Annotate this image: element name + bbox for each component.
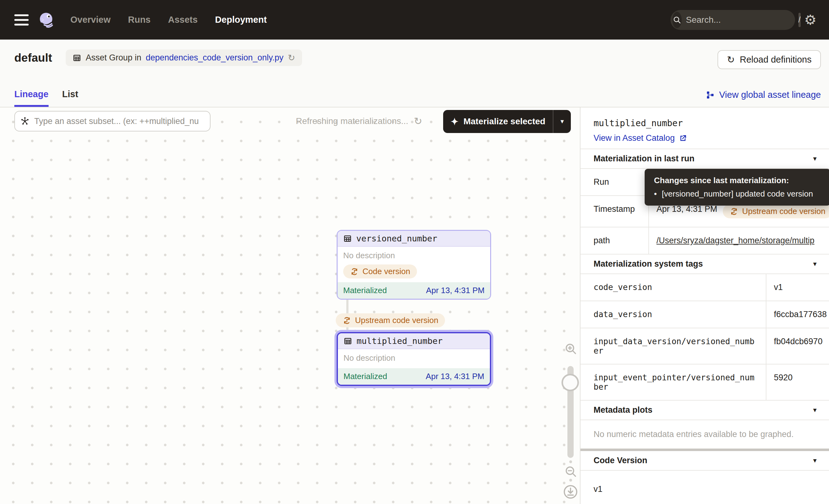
sidebar-asset-title: multiplied_number: [593, 118, 816, 128]
upstream-code-version-tag: Upstream code version: [723, 204, 829, 218]
view-in-asset-catalog-label: View in Asset Catalog: [593, 133, 675, 143]
tooltip-item-text: [versioned_number] updated code version: [662, 189, 813, 199]
asset-table-icon: [343, 234, 352, 243]
slider-dot: [569, 460, 572, 463]
view-in-asset-catalog-link[interactable]: View in Asset Catalog: [593, 133, 687, 143]
refresh-materializations-icon[interactable]: ↻: [414, 115, 422, 127]
materialize-selected-button[interactable]: ✦ Materialize selected ▼: [443, 110, 571, 133]
nav-deployment[interactable]: Deployment: [215, 15, 267, 25]
page-title: default: [14, 51, 52, 65]
materialize-dropdown-caret[interactable]: ▼: [553, 118, 571, 125]
nav-overview[interactable]: Overview: [70, 15, 111, 25]
asset-node-versioned-number[interactable]: versioned_number No description Code ver…: [337, 230, 491, 300]
asset-node-description: No description: [344, 352, 484, 364]
tag-value: f6ccba177638: [766, 301, 829, 328]
code-version-tag-label: Code version: [362, 267, 410, 276]
reload-definitions-button[interactable]: ↻ Reload definitions: [718, 50, 821, 69]
tag-key: code_version: [580, 274, 766, 300]
lineage-graph-icon: [706, 90, 715, 100]
slider-dot: [569, 479, 572, 481]
materialized-timestamp-link[interactable]: Apr 13, 4:31 PM: [426, 372, 484, 381]
view-global-asset-lineage-link[interactable]: View global asset lineage: [706, 90, 821, 100]
materialized-status: Materialized: [343, 286, 387, 295]
top-nav: Overview Runs Assets Deployment / ⚙: [0, 0, 829, 40]
asset-node-multiplied-number[interactable]: multiplied_number No description Materia…: [337, 332, 491, 386]
table-row-input-data-version: input_data_version/versioned_number fb04…: [580, 328, 829, 364]
row-label: path: [580, 227, 648, 254]
section-header-label: Code Version: [593, 456, 647, 465]
refreshing-label: Refreshing materializations...: [296, 116, 408, 126]
asset-node-name: multiplied_number: [357, 336, 442, 346]
table-row-input-event-pointer: input_event_pointer/versioned_number 592…: [580, 364, 829, 400]
tab-list[interactable]: List: [62, 89, 78, 107]
chevron-down-icon[interactable]: ▼: [812, 155, 818, 162]
section-code-version[interactable]: Code Version ▼: [580, 451, 829, 470]
tag-key: input_data_version/versioned_number: [580, 328, 766, 364]
materialized-status: Materialized: [344, 372, 387, 381]
chevron-down-icon[interactable]: ▼: [812, 407, 818, 414]
reload-definitions-label: Reload definitions: [740, 55, 812, 65]
refresh-icon: ↻: [727, 55, 735, 65]
op-selector-icon: [20, 116, 30, 126]
section-header-label: Materialization in last run: [593, 154, 694, 164]
global-search[interactable]: /: [671, 10, 795, 30]
changes-tooltip: Changes since last materialization: • [v…: [645, 169, 829, 206]
section-header-label: Materialization system tags: [593, 259, 703, 269]
download-image-icon[interactable]: [563, 484, 579, 500]
section-divider: [580, 448, 829, 451]
lineage-graph-canvas[interactable]: Refreshing materializations... ↻ ✦ Mater…: [0, 107, 580, 504]
tooltip-title: Changes since last materialization:: [654, 176, 821, 185]
changed-version-icon: [730, 207, 738, 216]
asset-detail-sidebar: multiplied_number View in Asset Catalog …: [580, 107, 829, 504]
tag-key: data_version: [580, 301, 766, 328]
materialize-selected-label: Materialize selected: [463, 116, 545, 127]
tab-lineage[interactable]: Lineage: [14, 89, 48, 107]
section-materialization-in-last-run[interactable]: Materialization in last run ▼: [580, 149, 829, 168]
changed-version-icon: [343, 316, 351, 325]
timestamp-value[interactable]: Apr 13, 4:31 PM: [656, 204, 717, 214]
changed-version-icon: [350, 267, 359, 276]
row-label: Run: [580, 169, 648, 195]
tag-value: fb04dcb6970: [766, 328, 829, 364]
chevron-down-icon[interactable]: ▼: [812, 261, 818, 267]
nav-assets[interactable]: Assets: [168, 15, 197, 25]
asset-group-prefix: Asset Group in: [86, 53, 141, 63]
search-input[interactable]: [686, 15, 798, 25]
path-link[interactable]: /Users/sryza/dagster_home/storage/multip: [656, 236, 814, 246]
search-icon: [672, 12, 682, 28]
asset-subset-filter[interactable]: [14, 111, 211, 132]
section-materialization-system-tags[interactable]: Materialization system tags ▼: [580, 254, 829, 274]
upstream-code-version-edge-tag: Upstream code version: [336, 313, 445, 327]
view-global-asset-lineage-label: View global asset lineage: [719, 90, 821, 100]
asset-group-file-link[interactable]: dependencies_code_version_only.py: [146, 53, 283, 63]
asset-subset-input[interactable]: [34, 116, 205, 126]
asset-table-icon: [344, 337, 352, 346]
code-version-tag: Code version: [343, 264, 417, 279]
asset-group-grid-icon: [73, 53, 81, 62]
dagster-logo-icon[interactable]: [38, 11, 56, 29]
section-metadata-plots[interactable]: Metadata plots ▼: [580, 400, 829, 420]
code-version-value: v1: [580, 470, 829, 504]
asset-group-pill: Asset Group in dependencies_code_version…: [66, 49, 302, 66]
table-row-code-version: code_version v1: [580, 274, 829, 300]
sparkle-icon: ✦: [450, 116, 459, 127]
table-row-data-version: data_version f6ccba177638: [580, 300, 829, 328]
upstream-code-version-tag-label: Upstream code version: [742, 207, 825, 216]
section-header-label: Metadata plots: [593, 405, 652, 415]
zoom-slider-handle[interactable]: [562, 374, 579, 391]
tag-value: 5920: [766, 364, 829, 400]
refreshing-status: Refreshing materializations... ↻: [296, 111, 422, 132]
hamburger-menu-icon[interactable]: [14, 14, 29, 26]
materialized-timestamp-link[interactable]: Apr 13, 4:31 PM: [426, 286, 484, 295]
chevron-down-icon[interactable]: ▼: [812, 457, 818, 464]
zoom-out-icon[interactable]: [564, 464, 578, 479]
zoom-in-icon[interactable]: [564, 342, 578, 356]
primary-nav: Overview Runs Assets Deployment: [70, 15, 267, 25]
reload-code-location-icon[interactable]: ↻: [288, 52, 295, 63]
view-tabs: Lineage List: [14, 89, 78, 107]
gear-icon[interactable]: ⚙: [804, 13, 817, 27]
asset-node-description: No description: [343, 249, 484, 262]
table-row-path: path /Users/sryza/dagster_home/storage/m…: [580, 227, 829, 254]
metadata-plots-empty-text: No numeric metadata entries available to…: [580, 420, 829, 448]
nav-runs[interactable]: Runs: [128, 15, 151, 25]
